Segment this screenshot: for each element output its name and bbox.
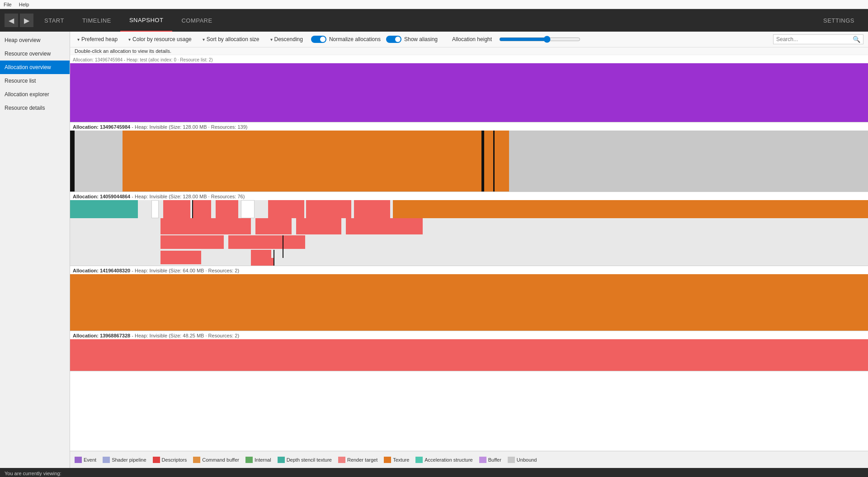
color-dropdown-label: Color by resource usage bbox=[132, 36, 192, 42]
statusbar-text: You are currently viewing: Snapshot 0 (7… bbox=[5, 471, 70, 477]
legend-descriptors: Descriptors bbox=[153, 457, 187, 463]
red-block-row3a bbox=[160, 235, 224, 249]
teal-block bbox=[70, 200, 138, 218]
legend-color-descriptors bbox=[153, 457, 160, 463]
allocation-block-2: Allocation: 14059044864 - Heap: Invisibl… bbox=[70, 192, 868, 266]
red-block-row2d bbox=[346, 218, 423, 234]
aliasing-label: Show aliasing bbox=[404, 36, 438, 42]
normalize-toggle[interactable] bbox=[311, 36, 326, 43]
aliasing-toggle[interactable] bbox=[386, 36, 401, 43]
sidebar-item-resource-overview[interactable]: Resource overview bbox=[0, 47, 70, 61]
legend-accel-structure: Acceleration structure bbox=[415, 457, 472, 463]
height-slider[interactable] bbox=[499, 36, 580, 43]
menu-help[interactable]: Help bbox=[19, 2, 29, 7]
red-block-row2c bbox=[296, 218, 341, 234]
main-layout: Heap overview Resource overview Allocati… bbox=[0, 32, 868, 468]
legend-color-accel bbox=[415, 457, 423, 463]
sidebar: Heap overview Resource overview Allocati… bbox=[0, 32, 70, 468]
order-dropdown-label: Descending bbox=[274, 36, 303, 42]
top-navigation-bar: ◀ ▶ START TIMELINE SNAPSHOT COMPARE SETT… bbox=[0, 9, 868, 32]
alloc-vis-orange-black[interactable] bbox=[70, 131, 868, 192]
alloc-name-2: Allocation: 14059044864 bbox=[73, 194, 130, 199]
sort-dropdown[interactable]: ▾ Sort by allocation size bbox=[200, 35, 262, 43]
alloc-details-4: (Size: 48.25 MB · Resources: 2) bbox=[169, 333, 239, 338]
search-icon: 🔍 bbox=[853, 36, 860, 43]
legend-color-shader bbox=[103, 457, 110, 463]
forward-button[interactable]: ▶ bbox=[20, 14, 33, 27]
pink-block6 bbox=[354, 200, 390, 218]
allocation-block-1: Allocation: 13496745984 - Heap: Invisibl… bbox=[70, 122, 868, 192]
orange-fill bbox=[118, 131, 481, 192]
height-label: Allocation height bbox=[452, 36, 492, 42]
legend-bar: Event Shader pipeline Descriptors Comman… bbox=[70, 451, 868, 468]
sidebar-item-allocation-overview[interactable]: Allocation overview bbox=[0, 61, 70, 74]
heap-dropdown[interactable]: ▾ Preferred heap bbox=[75, 35, 120, 43]
pink-block4 bbox=[268, 200, 304, 218]
allocation-block-3: Allocation: 14196408320 - Heap: Invisibl… bbox=[70, 266, 868, 331]
back-button[interactable]: ◀ bbox=[5, 14, 18, 27]
legend-texture: Texture bbox=[384, 457, 409, 463]
white-block bbox=[151, 200, 159, 218]
alloc-vis-red[interactable] bbox=[70, 339, 868, 371]
v-separator bbox=[283, 235, 283, 258]
legend-label-buffer: Buffer bbox=[488, 457, 501, 463]
legend-label-event: Event bbox=[84, 457, 96, 463]
alloc-header-2: Allocation: 14059044864 - Heap: Invisibl… bbox=[70, 192, 868, 200]
sidebar-item-resource-details[interactable]: Resource details bbox=[0, 101, 70, 115]
tab-timeline[interactable]: TIMELINE bbox=[73, 9, 120, 32]
red-block-row4c bbox=[251, 258, 274, 266]
legend-color-event bbox=[75, 457, 82, 463]
legend-color-rendertarget bbox=[338, 457, 345, 463]
alloc-vis-mixed[interactable] bbox=[70, 200, 868, 266]
legend-color-buffer bbox=[479, 457, 486, 463]
normalize-label: Normalize allocations bbox=[329, 36, 381, 42]
legend-label-descriptors: Descriptors bbox=[162, 457, 187, 463]
pink-block3 bbox=[216, 200, 238, 218]
tab-start[interactable]: START bbox=[35, 9, 73, 32]
allocation-block-4: Allocation: 13968867328 - Heap: Invisibl… bbox=[70, 331, 868, 371]
black-strip bbox=[70, 131, 75, 192]
gray-area bbox=[509, 131, 868, 192]
white-block2 bbox=[241, 200, 255, 218]
small-gray-block bbox=[75, 131, 123, 192]
alloc-name-1: Allocation: 13496745984 bbox=[73, 124, 130, 130]
alloc-vis-orange-big[interactable] bbox=[70, 274, 868, 331]
tab-compare[interactable]: COMPARE bbox=[172, 9, 221, 32]
menu-file[interactable]: File bbox=[4, 2, 12, 7]
allocation-scroll-area[interactable]: Allocation: 13496745984 - Heap: test (al… bbox=[70, 55, 868, 451]
status-bar: You are currently viewing: Snapshot 0 (7… bbox=[0, 468, 868, 477]
legend-depth-stencil: Depth stencil texture bbox=[278, 457, 332, 463]
alloc-header-4: Allocation: 13968867328 - Heap: Invisibl… bbox=[70, 331, 868, 339]
legend-color-texture bbox=[384, 457, 391, 463]
sidebar-item-resource-list[interactable]: Resource list bbox=[0, 74, 70, 88]
tab-snapshot[interactable]: SNAPSHOT bbox=[120, 9, 173, 32]
chevron-icon-2: ▾ bbox=[128, 37, 131, 42]
legend-event: Event bbox=[75, 457, 96, 463]
legend-label-shader: Shader pipeline bbox=[112, 457, 146, 463]
alloc-header-1: Allocation: 13496745984 - Heap: Invisibl… bbox=[70, 122, 868, 131]
toolbar: ▾ Preferred heap ▾ Color by resource usa… bbox=[70, 32, 868, 47]
legend-label-unbound: Unbound bbox=[517, 457, 537, 463]
color-dropdown[interactable]: ▾ Color by resource usage bbox=[126, 35, 194, 43]
sidebar-item-allocation-explorer[interactable]: Allocation explorer bbox=[0, 88, 70, 101]
alloc-details-2: (Size: 128.00 MB · Resources: 76) bbox=[169, 194, 245, 199]
sidebar-item-heap-overview[interactable]: Heap overview bbox=[0, 33, 70, 47]
legend-label-rendertarget: Render target bbox=[347, 457, 377, 463]
chevron-icon-3: ▾ bbox=[203, 37, 205, 42]
legend-label-depthstencil: Depth stencil texture bbox=[287, 457, 332, 463]
content-area: ▾ Preferred heap ▾ Color by resource usa… bbox=[70, 32, 868, 468]
legend-buffer: Buffer bbox=[479, 457, 501, 463]
allocation-block-0: Allocation: 13496745984 - Heap: test (al… bbox=[70, 55, 868, 122]
settings-button[interactable]: SETTINGS bbox=[814, 9, 863, 32]
search-input[interactable] bbox=[776, 36, 853, 42]
legend-shader-pipeline: Shader pipeline bbox=[103, 457, 146, 463]
legend-color-internal bbox=[245, 457, 253, 463]
legend-color-cmdbuf bbox=[193, 457, 200, 463]
alloc-vis-purple[interactable] bbox=[70, 63, 868, 122]
order-dropdown[interactable]: ▾ Descending bbox=[268, 35, 306, 43]
chevron-icon-4: ▾ bbox=[270, 37, 273, 42]
orange-fill bbox=[484, 131, 493, 192]
red-block-row3c bbox=[285, 235, 303, 249]
gap2 bbox=[159, 200, 163, 218]
legend-label-cmdbuf: Command buffer bbox=[202, 457, 239, 463]
